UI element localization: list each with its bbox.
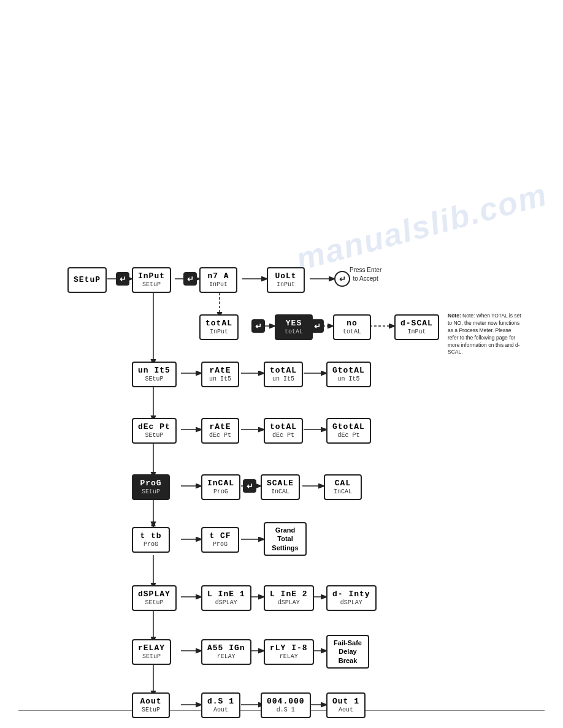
decpt-bot: SEtuP (145, 432, 163, 439)
enter-btn-yes: ↵ (310, 319, 324, 333)
incal-top: InCAL (207, 479, 234, 488)
grand-total-node: GrandTotalSettings (264, 522, 307, 556)
out1-aout-node: Out 1 Aout (326, 692, 366, 718)
line1-top: L InE 1 (207, 590, 245, 599)
line1-node: L InE 1 dSPLAY (201, 585, 251, 611)
rly18-bot: rELAY (280, 653, 298, 661)
gtotal-units-node: GtotAL un It5 (326, 362, 371, 387)
total-decpt-node: totAL dEc Pt (264, 418, 303, 444)
dscal-bot: InPut (407, 328, 426, 336)
units-top: un It5 (138, 366, 170, 376)
total-units-top: totAL (270, 366, 297, 376)
line2-bot: dSPLAY (278, 599, 300, 607)
incal-prog-node: InCAL ProG (201, 474, 240, 500)
ds1-bot: Aout (213, 707, 228, 714)
004000-bot: d.S 1 (277, 707, 295, 714)
rate-units-bot: un It5 (209, 376, 231, 383)
relay-setup-node: rELAY SEtuP (132, 639, 171, 665)
input-setup-bot: SEtuP (142, 281, 161, 289)
total-input-top: totAL (205, 319, 232, 328)
press-enter-btn: ↵ (334, 271, 350, 287)
failsafe-label: Fail-SafeDelayBreak (334, 639, 362, 665)
ttb-top: t tb (140, 531, 161, 541)
prog-top: ProG (140, 479, 161, 488)
enter-btn-3: ↵ (251, 319, 265, 333)
scale-bot: InCAL (271, 488, 289, 496)
yes-bot: totAL (285, 328, 303, 336)
input-setup-top: InPut (138, 271, 165, 281)
enter-btn-2: ↵ (183, 272, 197, 286)
units-setup-node: un It5 SEtuP (132, 362, 177, 387)
decpt-setup-node: dEc Pt SEtuP (132, 418, 177, 444)
gtotal-decpt-node: GtotAL dEc Pt (326, 418, 371, 444)
total-input-bot: InPut (210, 328, 228, 336)
rate-units-top: rAtE (209, 366, 231, 376)
dsplay-top: dSPLAY (138, 590, 170, 599)
setup-top: SEtuP (74, 275, 101, 285)
no-top: no (347, 319, 358, 328)
dinty-node: d- Inty dSPLAY (326, 585, 377, 611)
total-units-node: totAL un It5 (264, 362, 303, 387)
rly18-top: rLY I-8 (270, 643, 308, 653)
aout-bot: SEtuP (142, 707, 160, 714)
dsplay-setup-node: dSPLAY SEtuP (132, 585, 177, 611)
assign-bot: rELAY (217, 653, 236, 661)
cal-incal-node: CAL InCAL (324, 474, 362, 500)
n7a-top: n7 A (207, 271, 229, 281)
enter-btn-1: ↵ (116, 272, 129, 286)
tcf-prog-node: t CF ProG (201, 527, 239, 553)
volt-bot: InPut (277, 281, 295, 289)
gtotal-decpt-top: GtotAL (332, 422, 365, 432)
total-decpt-bot: dEc Pt (272, 432, 294, 439)
out1-top: Out 1 (332, 697, 359, 707)
dinty-bot: dSPLAY (340, 599, 362, 607)
units-bot: SEtuP (145, 376, 163, 383)
004000-node: 004.000 d.S 1 (261, 692, 311, 718)
scale-incal-node: SCALE InCAL (261, 474, 300, 500)
cal-bot: InCAL (334, 488, 352, 496)
scale-top: SCALE (267, 479, 294, 488)
no-bot: totAL (343, 328, 361, 336)
tcf-bot: ProG (213, 541, 228, 548)
enter-btn-incal: ↵ (243, 479, 256, 493)
failsafe-node: Fail-SafeDelayBreak (326, 635, 369, 669)
no-node: no totAL (333, 314, 371, 340)
total-decpt-top: totAL (270, 422, 297, 432)
total-input-node: totAL InPut (199, 314, 239, 340)
setup-node: SEtuP (67, 267, 107, 293)
total-units-bot: un It5 (272, 376, 294, 383)
rate-decpt-top: rAtE (209, 422, 231, 432)
rate-units-node: rAtE un It5 (201, 362, 239, 387)
input-setup-node: InPut SEtuP (132, 267, 171, 293)
note-box: Note: Note: When TOTAL is set to NO, the… (448, 313, 521, 356)
aout-setup-node: Aout SEtuP (132, 692, 170, 718)
n7a-node: n7 A InPut (199, 267, 237, 293)
aout-top: Aout (140, 697, 161, 707)
volt-top: UoLt (275, 271, 296, 281)
line1-bot: dSPLAY (215, 599, 237, 607)
prog-bot: SEtuP (142, 488, 160, 496)
press-enter-label: Press Enter to Accept (350, 266, 381, 283)
svg-marker-36 (151, 520, 156, 526)
line2-top: L InE 2 (270, 590, 308, 599)
rly18-node: rLY I-8 rELAY (264, 639, 314, 665)
prog-setup-node: ProG SEtuP (132, 474, 170, 500)
gtotal-decpt-bot: dEc Pt (337, 432, 359, 439)
assign-relay-node: A55 IGn rELAY (201, 639, 251, 665)
dscal-top: d-SCAL (400, 319, 433, 328)
dsplay-bot: SEtuP (145, 599, 163, 607)
gtotal-units-top: GtotAL (332, 366, 365, 376)
cal-top: CAL (335, 479, 351, 488)
relay-bot: SEtuP (142, 653, 161, 661)
relay-top: rELAY (138, 643, 165, 653)
yes-node: YES totAL (275, 314, 313, 340)
out1-bot: Aout (339, 707, 353, 714)
rate-decpt-node: rAtE dEc Pt (201, 418, 239, 444)
004000-top: 004.000 (267, 697, 305, 707)
n7a-bot: InPut (209, 281, 228, 289)
grand-total-label: GrandTotalSettings (272, 526, 298, 552)
ttb-prog-node: t tb ProG (132, 527, 170, 553)
ds1-top: d.S 1 (207, 697, 234, 707)
ttb-bot: ProG (144, 541, 158, 548)
dscal-node: d-SCAL InPut (394, 314, 439, 340)
